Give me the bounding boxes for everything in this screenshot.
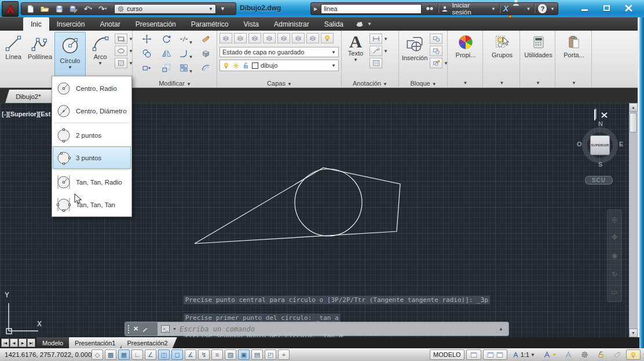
ribbon-tab-insercion[interactable]: Inserción [49,17,93,31]
command-bar-close-button[interactable]: ✕ [133,325,138,333]
search-button[interactable] [425,3,434,14]
layer-off-button[interactable] [321,33,334,43]
rotate-button[interactable] [162,34,171,46]
annotation-visibility-button[interactable]: ✦ [540,349,560,360]
ribbon-tab-salida[interactable]: Salida [317,17,351,31]
model-space-button[interactable]: MODELO [430,349,464,360]
ribbon-display-button[interactable]: ▼ [354,17,372,31]
insert-block-button[interactable]: Inserción [401,32,429,61]
hatch-button[interactable] [115,58,127,68]
utilities-panel-expander[interactable]: ▼ [521,80,555,86]
navigation-bar[interactable]: ◎ ✥ ◉ ↻ ▭ [607,209,622,302]
drawn-circle[interactable] [295,169,362,236]
fillet-button[interactable]: ▼ [179,49,193,61]
array-button[interactable]: ▼ [179,63,193,75]
clipboard-button[interactable]: Porta... [557,32,591,77]
ribbon-tab-parametrico[interactable]: Paramétrico [184,17,236,31]
drawing-close-button[interactable] [601,110,608,120]
polyline-button[interactable]: Polilínea [25,32,54,60]
viewcube[interactable]: N S E O SUPERIOR [575,121,627,174]
motion-icon[interactable]: ▭ [611,288,617,296]
properties-button[interactable]: Propi... [449,32,482,77]
layer-properties-button[interactable] [219,33,232,43]
erase-button[interactable] [201,34,211,46]
copy-button[interactable] [142,49,152,61]
scale-button[interactable] [162,63,171,75]
edit-block-button[interactable] [430,58,442,68]
menu-item-2-puntos[interactable]: 2 puntos [53,124,131,146]
table-button[interactable] [369,58,382,68]
menu-item-tan-tan-radio[interactable]: Tan, Tan, Radio [53,171,131,193]
ribbon-tab-anotar[interactable]: Anotar [92,17,127,31]
viewcube-north[interactable]: N [598,120,603,127]
move-button[interactable] [142,34,152,46]
tab-presentacion1[interactable]: Presentación1 [69,337,125,348]
chevron-down-icon[interactable]: ▼ [129,49,133,54]
arc-button[interactable]: Arco ▼ [87,32,114,66]
chevron-down-icon[interactable]: ▼ [129,61,133,66]
chevron-down-icon[interactable]: ▼ [550,6,555,12]
drawing-quick-view-button[interactable] [483,349,507,360]
autoscale-button[interactable] [561,349,576,360]
layer-unisolate-button[interactable] [292,33,305,43]
save-as-button[interactable] [68,3,79,14]
stretch-button[interactable] [142,63,152,75]
menu-item-centro-diametro[interactable]: Centro, Diámetro [53,100,131,122]
steering-wheel-icon[interactable]: ◎ [612,215,617,223]
rectangle-button[interactable] [115,34,127,44]
define-attributes-button[interactable] [430,46,442,56]
layer-isolate-button[interactable] [277,33,290,43]
trim-button[interactable]: ▼ [179,34,193,46]
search-input[interactable] [321,4,421,14]
new-file-button[interactable] [25,3,35,14]
first-layout-button[interactable]: |◀ [1,338,9,347]
undo-button[interactable]: ↶▾ [83,3,93,14]
zoom-icon[interactable]: ◉ [612,252,617,260]
tab-presentacion2[interactable]: Presentación2 [121,337,177,348]
chevron-down-icon[interactable]: ▼ [383,49,388,54]
application-menu-button[interactable] [2,1,19,17]
layers-panel-label[interactable]: Capas ▼ [218,80,341,87]
viewcube-east[interactable]: E [619,141,623,148]
menu-item-tan-tan-tan[interactable]: Tan, Tan, Tan [53,193,131,216]
object-snap-3d-toggle[interactable]: ◻ [171,349,183,360]
layer-dropdown[interactable]: dibujo ▼ [219,60,339,71]
redo-button[interactable]: ↷▾ [97,3,108,14]
layer-state-dropdown[interactable]: Estado de capa no guardado ▼ [219,47,339,57]
selection-cycling-toggle[interactable]: ▤ [251,349,263,360]
ribbon-tab-vista[interactable]: Vista [236,17,266,31]
explode-button[interactable] [201,49,211,61]
workspace-switching-button[interactable] [577,349,592,360]
infocenter-collapse-icon[interactable]: ▶ [314,6,317,12]
command-input-area[interactable]: >_ ▼ ▲ [158,322,508,336]
tab-modelo[interactable]: Modelo [36,337,72,348]
communication-center-button[interactable] [512,0,522,19]
layer-freeze-button[interactable] [306,33,319,43]
hardware-acceleration-button[interactable] [626,349,641,360]
pan-icon[interactable]: ✥ [612,233,617,241]
ribbon-tab-presentacion[interactable]: Presentación [128,17,184,31]
ribbon-tab-administrar[interactable]: Administrar [266,17,317,31]
object-snap-toggle[interactable]: ◫ [158,349,170,360]
infer-constraints-toggle[interactable]: ◇ [92,349,103,360]
groups-panel-expander[interactable]: ▼ [484,80,519,86]
minimize-button[interactable] [578,3,591,12]
signin-button[interactable]: Iniciar sesión [452,2,488,16]
model-layout-quick-view-button[interactable] [466,349,481,360]
maximize-button[interactable] [600,3,613,12]
line-button[interactable]: Línea [1,32,25,60]
save-button[interactable] [54,3,64,14]
snap-mode-toggle[interactable]: ▩ [105,349,116,360]
annotation-monitor-toggle[interactable]: ◰ [265,349,276,360]
text-button[interactable]: A Texto ▼ [344,32,367,62]
vertical-scrollbar[interactable]: ▲ ▼ [629,103,638,337]
ortho-mode-toggle[interactable]: ∟ [131,349,143,360]
qat-menu-button[interactable]: ▼ [220,6,225,12]
prev-layout-button[interactable]: ◀ [10,338,18,347]
layer-match-button[interactable] [234,33,247,43]
orbit-icon[interactable]: ↻ [612,270,617,278]
next-layout-button[interactable]: ▶ [19,338,27,347]
wrench-icon[interactable] [141,325,149,333]
grid-display-toggle[interactable]: ▦ [118,349,130,360]
viewcube-south[interactable]: S [598,161,602,168]
